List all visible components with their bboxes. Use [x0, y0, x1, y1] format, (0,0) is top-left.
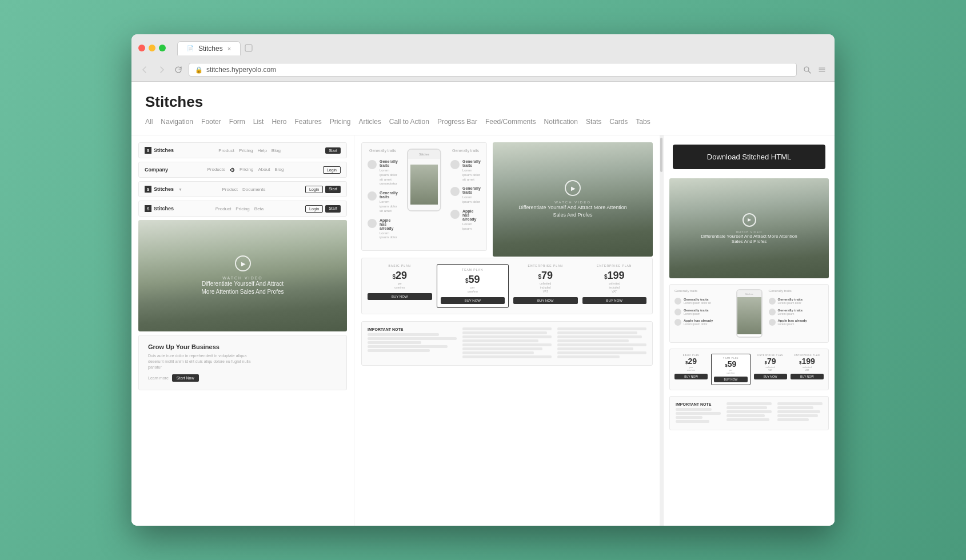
- svg-line-2: [808, 71, 811, 73]
- nav-link-navigation[interactable]: Navigation: [161, 118, 193, 128]
- address-bar[interactable]: 🔒 stitches.hyperyolo.com: [189, 63, 797, 77]
- nav-link-footer[interactable]: Footer: [201, 118, 221, 128]
- article-line: [368, 345, 448, 348]
- price-team-btn[interactable]: BUY NOW: [441, 297, 505, 304]
- nav-link-list[interactable]: List: [253, 118, 264, 128]
- feature-desc-1: Lorem ipsum dolor sit amet consectetur: [380, 169, 398, 186]
- tab-close-button[interactable]: ×: [227, 45, 231, 52]
- nm2-cta-button[interactable]: Login: [323, 166, 341, 174]
- download-button[interactable]: Download Stitched HTML: [673, 145, 825, 169]
- features-label-right: Generally traits: [450, 149, 481, 153]
- price-basic-btn[interactable]: BUY NOW: [368, 293, 432, 300]
- nm3-start-button[interactable]: Start: [325, 186, 341, 193]
- nav-mockup-2: Company Products ⚙ Pricing About Blog Lo…: [138, 162, 347, 178]
- price-enterprise-amount: $79: [513, 270, 578, 282]
- nav-link-feed[interactable]: Feed/Comments: [485, 118, 536, 128]
- nm1-links: Product Pricing Help Blog: [218, 148, 281, 153]
- feature-title-6: Apple has already: [462, 209, 481, 221]
- price-enterprise2-btn[interactable]: BUY NOW: [582, 297, 647, 304]
- feature-icon-5: [450, 187, 460, 196]
- right-price-enterprise-btn[interactable]: BUY NOW: [754, 374, 787, 379]
- nm4-link-pricing: Pricing: [235, 206, 249, 211]
- nm3-actions: Login Start: [305, 186, 341, 193]
- feature-item-3: Apple has already Lorem ipsum dolor: [368, 218, 398, 241]
- price-enterprise-detail: unlimitedincludedVAT: [513, 282, 578, 294]
- right-pricing-mockup: BASIC PLAN $29 peruser/mo BUY NOW TEAM P…: [669, 349, 829, 390]
- article-line: [462, 351, 534, 354]
- nm4-logo-icon: S: [145, 205, 151, 212]
- right-feature-desc-4: Lorem ipsum dolor: [778, 301, 803, 305]
- right-preview-panel: WATCH VIDEO Differentiate Yourself And A…: [664, 178, 835, 526]
- cta-start-button[interactable]: Start Now: [172, 374, 199, 382]
- close-window-button[interactable]: [138, 45, 145, 51]
- nav-link-articles[interactable]: Articles: [358, 118, 381, 128]
- nav-link-tabs[interactable]: Tabs: [636, 118, 650, 128]
- right-phone-header: Stitches: [737, 290, 761, 297]
- price-enterprise-btn[interactable]: BUY NOW: [513, 297, 578, 304]
- right-article-title: IMPORTANT NOTE: [676, 402, 721, 406]
- right-features-label: Generally traits: [674, 289, 730, 293]
- minimize-window-button[interactable]: [149, 45, 155, 51]
- nav-link-progress[interactable]: Progress Bar: [437, 118, 477, 128]
- nm4-logo-text: Stitches: [154, 206, 174, 211]
- nm2-link-about: About: [258, 167, 270, 173]
- phone-mockup-container: Stitches: [401, 149, 447, 211]
- feature-title-2: Generally traits: [380, 191, 398, 199]
- article-line: [676, 408, 712, 411]
- nav-link-cta[interactable]: Call to Action: [389, 118, 429, 128]
- feature-desc-3: Lorem ipsum dolor: [380, 231, 398, 241]
- feature-icon-3: [368, 219, 377, 228]
- hero-large-play-button[interactable]: [565, 180, 581, 196]
- price-team-amount: $59: [441, 274, 505, 286]
- article-line: [676, 412, 721, 415]
- browser-content: Stitches All Navigation Footer Form List…: [131, 82, 835, 526]
- nm1-link-product: Product: [218, 148, 234, 153]
- article-line: [727, 418, 769, 421]
- right-price-basic: BASIC PLAN $29 peruser/mo BUY NOW: [674, 354, 708, 385]
- right-features-col-right: Generally traits Generally traits Lorem …: [769, 289, 824, 338]
- nm4-links: Product Pricing Beta: [215, 206, 264, 211]
- nav-link-notification[interactable]: Notification: [544, 118, 578, 128]
- nav-link-features[interactable]: Features: [294, 118, 321, 128]
- nav-link-pricing[interactable]: Pricing: [330, 118, 351, 128]
- reload-button[interactable]: [173, 64, 184, 75]
- nm4-start-button[interactable]: Start: [325, 205, 341, 213]
- features-label: Generally traits: [368, 149, 398, 153]
- page-nav-links: All Navigation Footer Form List Hero Fea…: [145, 118, 821, 128]
- right-article-col-3: [777, 402, 823, 424]
- menu-button[interactable]: [816, 64, 828, 75]
- features-col-right: Generally traits Generally traits Lorem …: [450, 149, 481, 231]
- nm3-login-button[interactable]: Login: [305, 186, 323, 193]
- feature-item-4: Generally traits Lorem ipsum dolor sit a…: [450, 159, 481, 182]
- right-feature-icon-1: [674, 298, 681, 305]
- nm4-login-button[interactable]: Login: [305, 205, 323, 213]
- right-feature-2: Generally traits Lorem ipsum: [674, 309, 730, 316]
- search-button[interactable]: [801, 64, 813, 75]
- feature-icon-1: [368, 160, 377, 169]
- article-line: [462, 339, 538, 342]
- nav-link-cards[interactable]: Cards: [609, 118, 628, 128]
- right-price-basic-btn[interactable]: BUY NOW: [674, 374, 708, 379]
- page-content: Stitches All Navigation Footer Form List…: [131, 82, 835, 526]
- cta-title: Grow Up Your Business: [148, 343, 337, 350]
- right-price-enterprise2-btn[interactable]: BUY NOW: [791, 374, 824, 379]
- right-price-team-btn[interactable]: BUY NOW: [714, 377, 747, 382]
- nm1-cta-button[interactable]: Start: [325, 147, 341, 154]
- hero-play-button[interactable]: [235, 255, 251, 271]
- back-button[interactable]: [138, 63, 151, 76]
- fullscreen-window-button[interactable]: [159, 45, 166, 51]
- right-feature-icon-2: [674, 309, 681, 315]
- nm1-logo: S Stitches: [145, 147, 174, 154]
- tab-bar: 📄 Stitches ×: [177, 40, 257, 56]
- nav-link-all[interactable]: All: [145, 118, 153, 128]
- nav-link-form[interactable]: Form: [229, 118, 245, 128]
- forward-button[interactable]: [155, 63, 168, 76]
- browser-tab[interactable]: 📄 Stitches ×: [177, 41, 241, 55]
- scroll-thumb[interactable]: [660, 138, 662, 172]
- nav-link-stats[interactable]: Stats: [586, 118, 601, 128]
- new-tab-button[interactable]: [241, 40, 257, 56]
- article-col-3: [557, 327, 646, 359]
- cta-learn-link[interactable]: Learn more: [148, 376, 169, 380]
- nav-link-hero[interactable]: Hero: [272, 118, 286, 128]
- right-hero-play-button[interactable]: [743, 213, 756, 227]
